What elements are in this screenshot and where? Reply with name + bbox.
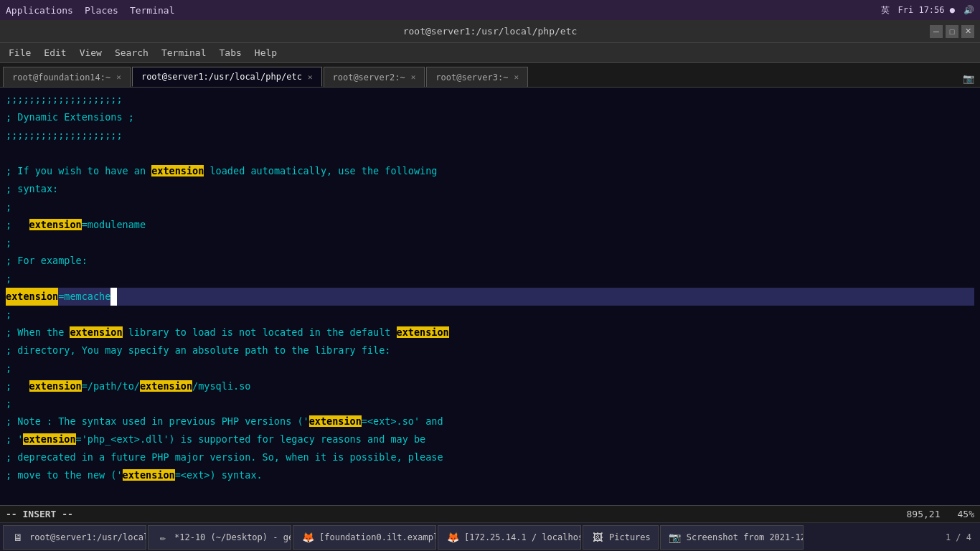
content-line-5: ; If you wish to have an extension loade… — [6, 162, 974, 180]
highlight-extension-1: extension — [151, 165, 204, 176]
firefox-icon-2: 🦊 — [446, 530, 460, 545]
menu-view[interactable]: View — [74, 46, 108, 60]
taskbar-item-firefox-localhost[interactable]: 🦊 [172.25.14.1 / localhost | p... — [438, 525, 581, 550]
firefox-icon: 🦊 — [301, 530, 315, 545]
new-tab-button[interactable]: 📷 — [960, 70, 977, 87]
taskbar-page: 1 / 4 — [940, 532, 977, 542]
taskbar: 🖥 root@server1:/usr/local/ph... ✏ *12-10… — [0, 522, 980, 551]
content-line-21: ; deprecated in a future PHP major versi… — [6, 448, 974, 466]
text-cursor — [110, 288, 117, 306]
system-bar-right: 英 Fri 17:56 ● 🔊 — [881, 4, 974, 17]
highlight-extension-5: extension — [29, 380, 82, 392]
content-line-9: ; — [6, 234, 974, 252]
status-right: 895,21 45% — [907, 509, 974, 519]
volume-icon[interactable]: 🔊 — [963, 5, 974, 15]
highlight-extension-3: extension — [70, 326, 122, 338]
tab-close-icon[interactable]: ✕ — [411, 72, 416, 82]
gedit-icon: ✏ — [156, 530, 170, 545]
cursor-position: 895,21 — [907, 509, 941, 519]
clock: Fri 17:56 ● — [898, 5, 955, 15]
menu-file[interactable]: File — [3, 46, 37, 60]
minimize-button[interactable]: ─ — [930, 25, 943, 38]
content-line-19: ; Note : The syntax used in previous PHP… — [6, 413, 974, 430]
tab-server2[interactable]: root@server2:~ ✕ — [324, 67, 425, 87]
screenshot-icon: 📷 — [668, 530, 682, 545]
content-line-8: ; extension=modulename — [6, 216, 974, 234]
terminal-content[interactable]: ;;;;;;;;;;;;;;;;;;;; ; Dynamic Extension… — [0, 88, 980, 505]
content-line-16: ; — [6, 359, 974, 377]
highlight-extension-9: extension — [123, 469, 175, 481]
title-bar-controls: ─ □ ✕ — [930, 25, 974, 38]
terminal-icon: 🖥 — [11, 530, 25, 545]
taskbar-label: root@server1:/usr/local/ph... — [29, 532, 146, 542]
taskbar-item-firefox-foundation[interactable]: 🦊 [foundation0.ilt.example.co... — [293, 525, 436, 550]
menu-bar: File Edit View Search Terminal Tabs Help — [0, 43, 980, 63]
highlight-extension-4: extension — [397, 326, 449, 338]
tab-label: root@foundation14:~ — [12, 72, 110, 83]
title-bar: root@server1:/usr/local/php/etc ─ □ ✕ — [0, 20, 980, 43]
highlight-extension-6: extension — [140, 380, 192, 392]
scroll-percent: 45% — [958, 509, 974, 519]
content-line-10: ; For example: — [6, 252, 974, 270]
menu-edit[interactable]: Edit — [38, 46, 72, 60]
content-line-17: ; extension=/path/to/extension/mysqli.so — [6, 377, 974, 395]
taskbar-item-terminal[interactable]: 🖥 root@server1:/usr/local/ph... — [3, 525, 146, 550]
taskbar-label: Pictures — [609, 532, 651, 542]
terminal-menu[interactable]: Terminal — [130, 5, 175, 16]
content-line-18: ; — [6, 395, 974, 413]
content-line-13: ; — [6, 306, 974, 324]
taskbar-label: Screenshot from 2021-12-... — [687, 532, 804, 542]
content-line-14: ; When the extension library to load is … — [6, 324, 974, 342]
active-line[interactable]: extension=memcache — [6, 288, 974, 306]
taskbar-item-gedit[interactable]: ✏ *12-10 (~/Desktop) - gedit — [148, 525, 291, 550]
system-bar: Applications Places Terminal 英 Fri 17:56… — [0, 0, 980, 20]
status-bar: -- INSERT -- 895,21 45% — [0, 505, 980, 522]
window-title: root@server1:/usr/local/php/etc — [403, 26, 578, 37]
taskbar-item-pictures[interactable]: 🖼 Pictures — [583, 525, 659, 550]
places-menu[interactable]: Places — [85, 5, 118, 16]
highlight-extension-active: extension — [6, 288, 58, 306]
tab-label: root@server2:~ — [333, 72, 405, 83]
menu-help[interactable]: Help — [249, 46, 283, 60]
highlight-extension-2: extension — [29, 219, 82, 230]
tab-close-icon[interactable]: ✕ — [116, 72, 121, 82]
tab-close-icon[interactable]: ✕ — [308, 72, 313, 82]
system-bar-left: Applications Places Terminal — [6, 5, 175, 16]
highlight-extension-7: extension — [309, 415, 362, 427]
content-line-2: ; Dynamic Extensions ; — [6, 108, 974, 126]
tab-label: root@server1:/usr/local/php/etc — [141, 72, 302, 82]
taskbar-label: *12-10 (~/Desktop) - gedit — [174, 532, 291, 542]
maximize-button[interactable]: □ — [946, 25, 958, 38]
content-line-3: ;;;;;;;;;;;;;;;;;;;; — [6, 126, 974, 144]
content-line-20: ; 'extension='php_<ext>.dll') is support… — [6, 430, 974, 448]
content-line-6: ; syntax: — [6, 180, 974, 198]
content-line-4 — [6, 144, 974, 162]
language-indicator: 英 — [881, 4, 890, 17]
content-line-15: ; directory, You may specify an absolute… — [6, 342, 974, 359]
menu-search[interactable]: Search — [109, 46, 154, 60]
tab-close-icon[interactable]: ✕ — [514, 72, 519, 82]
menu-terminal[interactable]: Terminal — [156, 46, 212, 60]
menu-tabs[interactable]: Tabs — [214, 46, 248, 60]
vim-mode: -- INSERT -- — [6, 509, 73, 519]
tab-server1[interactable]: root@server1:/usr/local/php/etc ✕ — [132, 67, 322, 87]
terminal-window: root@server1:/usr/local/php/etc ─ □ ✕ Fi… — [0, 20, 980, 522]
pictures-icon: 🖼 — [590, 530, 605, 545]
tab-server3[interactable]: root@server3:~ ✕ — [426, 67, 528, 87]
taskbar-item-screenshot[interactable]: 📷 Screenshot from 2021-12-... — [660, 525, 804, 550]
tabs-bar: root@foundation14:~ ✕ root@server1:/usr/… — [0, 63, 980, 88]
content-line-1: ;;;;;;;;;;;;;;;;;;;; — [6, 90, 974, 108]
taskbar-label: [172.25.14.1 / localhost | p... — [464, 532, 581, 542]
tab-foundation14[interactable]: root@foundation14:~ ✕ — [3, 67, 131, 87]
applications-menu[interactable]: Applications — [6, 5, 73, 16]
content-line-7: ; — [6, 198, 974, 216]
content-line-11: ; — [6, 270, 974, 288]
highlight-extension-8: extension — [23, 433, 75, 445]
tab-label: root@server3:~ — [435, 72, 508, 83]
close-button[interactable]: ✕ — [961, 25, 974, 38]
content-line-22: ; move to the new ('extension=<ext>) syn… — [6, 466, 974, 484]
taskbar-label: [foundation0.ilt.example.co... — [319, 532, 436, 542]
